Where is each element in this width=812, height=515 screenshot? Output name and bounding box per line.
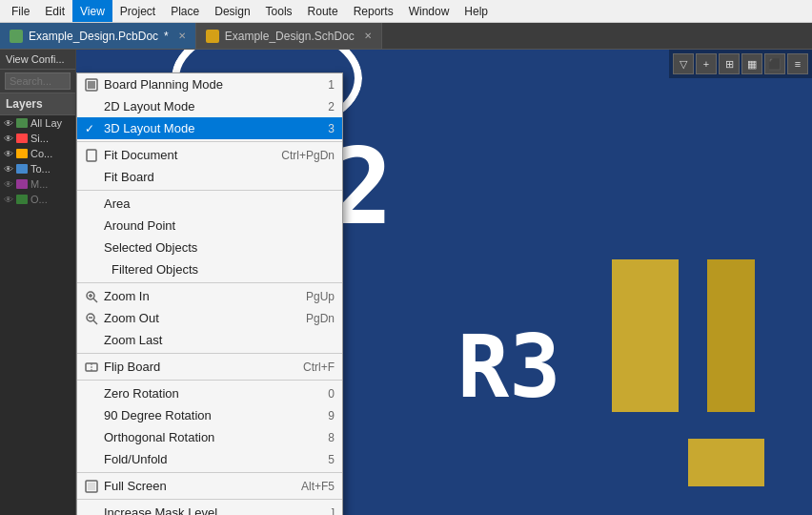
menu-zero-rotation-label: Zero Rotation bbox=[104, 386, 179, 401]
separator-7 bbox=[77, 499, 342, 500]
layer-sig[interactable]: 👁 Si... bbox=[0, 131, 75, 146]
pcb-connector-bottom2 bbox=[688, 439, 764, 486]
svg-rect-2 bbox=[87, 150, 96, 161]
menu-board-planning-shortcut: 1 bbox=[328, 78, 335, 92]
menu-orthogonal-label: Orthogonal Rotation bbox=[104, 430, 214, 444]
search-bar bbox=[0, 70, 75, 93]
menu-90-degree-shortcut: 9 bbox=[328, 409, 335, 422]
menu-zoom-in[interactable]: Zoom In PgUp bbox=[77, 285, 342, 307]
layer-color-all bbox=[16, 118, 28, 128]
menu-area-label: Area bbox=[104, 196, 130, 211]
toolbar-chart-btn[interactable]: ▦ bbox=[741, 53, 762, 74]
layer-to[interactable]: 👁 To... bbox=[0, 161, 75, 176]
menu-full-screen[interactable]: Full Screen Alt+F5 bbox=[77, 475, 342, 497]
menu-fold-unfold-shortcut: 5 bbox=[328, 453, 335, 466]
fit-document-icon bbox=[83, 147, 100, 164]
menu-3d-layout[interactable]: ✓ 3D Layout Mode 3 bbox=[77, 117, 342, 139]
tab-pcb[interactable]: Example_Design.PcbDoc * ✕ bbox=[0, 23, 196, 49]
zoom-out-icon bbox=[83, 310, 100, 327]
search-input[interactable] bbox=[5, 72, 71, 90]
separator-2 bbox=[77, 190, 342, 191]
layer-color-m bbox=[16, 179, 28, 189]
sch-icon bbox=[206, 30, 219, 43]
toolbar-right: ▽ + ⊞ ▦ ⬛ ≡ bbox=[669, 50, 812, 78]
tab-bar: Example_Design.PcbDoc * ✕ Example_Design… bbox=[0, 23, 812, 50]
layer-eye-icon-o: 👁 bbox=[4, 195, 13, 205]
layer-co-label: Co... bbox=[30, 148, 52, 159]
tab-sch-close[interactable]: ✕ bbox=[364, 31, 372, 41]
menu-zero-rotation[interactable]: Zero Rotation 0 bbox=[77, 382, 342, 404]
tab-sch[interactable]: Example_Design.SchDoc ✕ bbox=[196, 23, 382, 49]
menu-zoom-out-label: Zoom Out bbox=[104, 311, 159, 325]
layers-header: Layers bbox=[0, 93, 75, 115]
menu-fold-unfold[interactable]: Fold/Unfold 5 bbox=[77, 448, 342, 470]
menu-edit[interactable]: Edit bbox=[37, 0, 72, 22]
menu-area[interactable]: Area bbox=[77, 193, 342, 215]
layer-m[interactable]: 👁 M... bbox=[0, 176, 75, 192]
full-screen-icon bbox=[83, 478, 100, 495]
pcb-icon bbox=[10, 30, 23, 43]
menu-help[interactable]: Help bbox=[457, 0, 496, 22]
layer-m-label: M... bbox=[30, 178, 48, 190]
menu-increase-mask[interactable]: Increase Mask Level ] bbox=[77, 502, 342, 515]
toolbar-board-btn[interactable]: ⬛ bbox=[764, 53, 785, 74]
menu-full-screen-label: Full Screen bbox=[104, 479, 167, 493]
layers-label: Layers bbox=[6, 97, 43, 111]
layer-color-o bbox=[16, 195, 28, 204]
menu-full-screen-shortcut: Alt+F5 bbox=[301, 480, 335, 493]
menu-fit-board[interactable]: Fit Board bbox=[77, 166, 342, 188]
menu-fit-document-label: Fit Document bbox=[104, 148, 177, 162]
menu-reports[interactable]: Reports bbox=[346, 0, 401, 22]
menu-board-planning[interactable]: Board Planning Mode 1 bbox=[77, 73, 342, 95]
menu-2d-layout[interactable]: 2D Layout Mode 2 bbox=[77, 95, 342, 117]
pcb-connector-right2 bbox=[707, 259, 755, 412]
menu-selected-objects[interactable]: Selected Objects bbox=[77, 237, 342, 258]
checkmark-3d: ✓ bbox=[85, 122, 94, 135]
layer-co[interactable]: 👁 Co... bbox=[0, 146, 75, 161]
svg-rect-1 bbox=[88, 81, 95, 89]
view-dropdown-menu: Board Planning Mode 1 2D Layout Mode 2 ✓… bbox=[76, 72, 343, 515]
menu-tools[interactable]: Tools bbox=[258, 0, 300, 22]
layer-eye-icon: 👁 bbox=[4, 118, 13, 129]
zoom-in-icon bbox=[83, 288, 100, 305]
menu-view[interactable]: View bbox=[72, 0, 112, 22]
layers-panel: Layers 👁 All Lay 👁 Si... 👁 Co... 👁 bbox=[0, 93, 75, 515]
menu-file[interactable]: File bbox=[4, 0, 37, 22]
layer-all[interactable]: 👁 All Lay bbox=[0, 115, 75, 131]
menu-orthogonal[interactable]: Orthogonal Rotation 8 bbox=[77, 426, 342, 448]
menu-place[interactable]: Place bbox=[163, 0, 207, 22]
menu-project[interactable]: Project bbox=[112, 0, 163, 22]
layer-color-co bbox=[16, 149, 28, 158]
separator-1 bbox=[77, 141, 342, 142]
tab-pcb-modified: * bbox=[164, 30, 169, 43]
menu-around-point[interactable]: Around Point bbox=[77, 215, 342, 237]
menu-fit-document-shortcut: Ctrl+PgDn bbox=[281, 149, 335, 162]
menu-design[interactable]: Design bbox=[207, 0, 257, 22]
toolbar-grid-btn[interactable]: ⊞ bbox=[719, 53, 740, 74]
menu-flip-board-label: Flip Board bbox=[104, 360, 160, 374]
menu-90-degree[interactable]: 90 Degree Rotation 9 bbox=[77, 404, 342, 426]
svg-line-6 bbox=[93, 299, 97, 302]
layer-to-label: To... bbox=[30, 163, 51, 175]
toolbar-settings-btn[interactable]: ≡ bbox=[787, 53, 808, 74]
menu-route[interactable]: Route bbox=[300, 0, 346, 22]
layer-o[interactable]: 👁 O... bbox=[0, 192, 75, 207]
menu-zoom-out[interactable]: Zoom Out PgDn bbox=[77, 307, 342, 329]
tab-sch-label: Example_Design.SchDoc bbox=[225, 30, 355, 43]
menu-orthogonal-shortcut: 8 bbox=[328, 431, 335, 444]
menu-flip-board[interactable]: Flip Board Ctrl+F bbox=[77, 356, 342, 378]
menu-filtered-objects[interactable]: Filtered Objects bbox=[77, 258, 342, 280]
menu-window[interactable]: Window bbox=[401, 0, 457, 22]
view-config-bar[interactable]: View Confi... bbox=[0, 50, 75, 70]
menu-2d-layout-label: 2D Layout Mode bbox=[104, 99, 194, 113]
menu-board-planning-label: Board Planning Mode bbox=[104, 77, 223, 92]
toolbar-filter-btn[interactable]: ▽ bbox=[673, 53, 694, 74]
menu-zoom-last[interactable]: Zoom Last bbox=[77, 329, 342, 351]
menu-zoom-out-shortcut: PgDn bbox=[306, 312, 335, 325]
menu-fold-unfold-label: Fold/Unfold bbox=[104, 452, 167, 466]
menu-90-degree-label: 90 Degree Rotation bbox=[104, 408, 212, 422]
tab-pcb-close[interactable]: ✕ bbox=[178, 31, 186, 41]
menu-fit-document[interactable]: Fit Document Ctrl+PgDn bbox=[77, 144, 342, 166]
separator-3 bbox=[77, 282, 342, 283]
toolbar-add-btn[interactable]: + bbox=[696, 53, 717, 74]
